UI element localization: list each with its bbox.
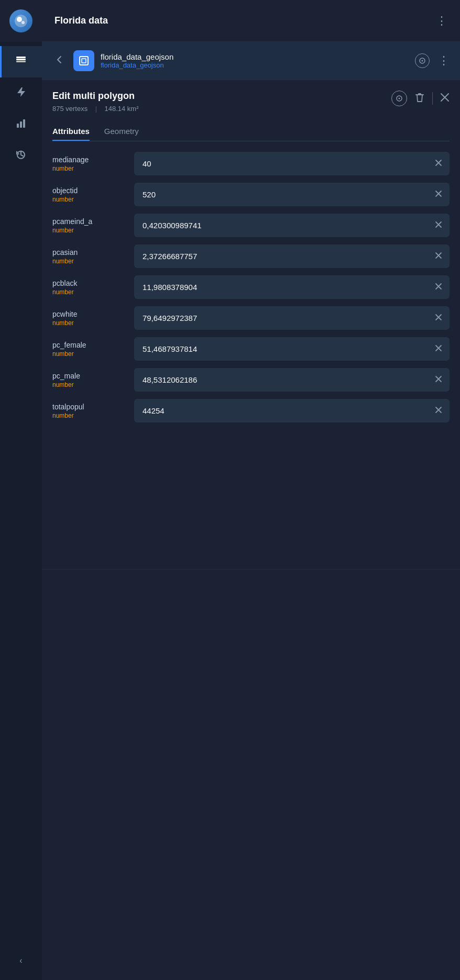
attr-label-pc_male: pc_male number [52,372,126,388]
attr-clear-pcwhite[interactable] [435,314,442,323]
sidebar-item-chart[interactable] [0,109,42,140]
tabs: Attributes Geometry [52,121,450,141]
attr-type-pcwhite: number [52,319,126,327]
history-icon [16,150,26,163]
sidebar-collapse-button[interactable]: ‹ [15,952,26,970]
close-button[interactable] [440,93,450,105]
svg-rect-4 [16,61,26,62]
attr-name-medianage: medianage [52,155,126,164]
attr-label-pcameind_a: pcameind_a number [52,217,126,234]
layer-header: florida_data_geojson florida_data_geojso… [42,42,460,80]
attribute-row: pcameind_a number [52,214,450,237]
attr-clear-pcblack[interactable] [435,283,442,292]
top-header: Florida data ⋮ [42,0,460,42]
attr-input-objectid[interactable] [134,183,450,206]
attr-clear-pcasian[interactable] [435,252,442,261]
edit-header: Edit multi polygon 875 vertexs | 148.14 … [52,91,450,113]
edit-title-group: Edit multi polygon 875 vertexs | 148.14 … [52,91,139,113]
bottom-line [42,569,460,570]
attr-input-pc_male[interactable] [134,368,450,392]
tab-geometry[interactable]: Geometry [104,121,139,141]
svg-rect-9 [80,57,88,65]
sidebar-item-layers[interactable] [0,46,42,77]
attr-input-wrap-pcameind_a [134,214,450,237]
header-more-button[interactable]: ⋮ [436,14,447,28]
attr-input-medianage[interactable] [134,152,450,175]
attr-input-totalpopul[interactable] [134,399,450,422]
sidebar: ‹ [0,0,42,980]
svg-rect-8 [23,119,25,128]
layer-more-button[interactable]: ⋮ [438,54,450,68]
attr-clear-pc_female[interactable] [435,344,442,354]
attribute-row: pcasian number [52,244,450,268]
sidebar-bottom: ‹ [0,952,42,970]
attr-label-pcwhite: pcwhite number [52,310,126,327]
svg-point-2 [21,21,25,24]
tabs-border [52,141,450,141]
layer-info: florida_data_geojson florida_data_geojso… [101,52,409,69]
attr-clear-medianage[interactable] [435,159,442,169]
attr-name-pc_female: pc_female [52,341,126,349]
attr-input-wrap-objectid [134,183,450,206]
attribute-row: medianage number [52,152,450,175]
back-button[interactable] [52,52,67,70]
svg-rect-6 [17,124,19,128]
attribute-row: pc_male number [52,368,450,392]
attr-name-totalpopul: totalpopul [52,403,126,411]
edit-controls [391,91,450,106]
attr-clear-totalpopul[interactable] [435,406,442,416]
chart-icon [16,118,26,131]
attribute-row: pc_female number [52,337,450,361]
attr-input-wrap-pcasian [134,244,450,268]
attr-input-pcwhite[interactable] [134,306,450,330]
edit-title: Edit multi polygon [52,91,139,102]
tab-attributes[interactable]: Attributes [52,121,90,141]
attr-input-pcasian[interactable] [134,244,450,268]
layer-subtitle: florida_data_geojson [101,61,409,69]
attr-name-pcwhite: pcwhite [52,310,126,318]
attr-label-objectid: objectid number [52,186,126,203]
svg-point-1 [17,17,22,22]
attr-name-pcasian: pcasian [52,248,126,257]
attr-type-pc_female: number [52,350,126,358]
sidebar-nav [0,46,42,172]
svg-rect-7 [20,121,22,128]
attr-input-pc_female[interactable] [134,337,450,361]
attr-type-medianage: number [52,165,126,172]
attr-type-pcblack: number [52,288,126,296]
layers-icon [15,55,27,69]
edit-target-button[interactable] [391,91,407,106]
sidebar-item-lightning[interactable] [0,77,42,109]
attr-label-pcblack: pcblack number [52,279,126,296]
attr-type-pcasian: number [52,258,126,265]
attr-input-pcblack[interactable] [134,275,450,299]
attr-input-wrap-pcblack [134,275,450,299]
svg-point-12 [422,60,423,62]
attr-label-pc_female: pc_female number [52,341,126,358]
page-title: Florida data [54,15,108,26]
attr-label-pcasian: pcasian number [52,248,126,265]
attr-type-pcameind_a: number [52,227,126,234]
layer-target-button[interactable] [415,53,430,68]
attr-type-pc_male: number [52,381,126,388]
attr-clear-objectid[interactable] [435,190,442,199]
attr-clear-pcameind_a[interactable] [435,221,442,230]
attr-label-medianage: medianage number [52,155,126,172]
layer-actions: ⋮ [415,53,450,68]
delete-button[interactable] [414,92,425,106]
attribute-row: pcblack number [52,275,450,299]
vertices-count: 875 vertexs [52,105,87,113]
attr-name-objectid: objectid [52,186,126,195]
attributes-list: medianage number objectid number [42,146,460,569]
attr-input-pcameind_a[interactable] [134,214,450,237]
svg-point-14 [399,98,400,99]
attribute-row: totalpopul number [52,399,450,422]
attr-clear-pc_male[interactable] [435,375,442,385]
lightning-icon [16,86,26,101]
bottom-area [42,569,460,980]
svg-rect-3 [16,59,26,60]
sidebar-item-history[interactable] [0,140,42,172]
sidebar-logo [0,0,42,42]
layer-icon [73,50,94,71]
main-content: Florida data ⋮ florida_data_geojson flor… [42,0,460,980]
